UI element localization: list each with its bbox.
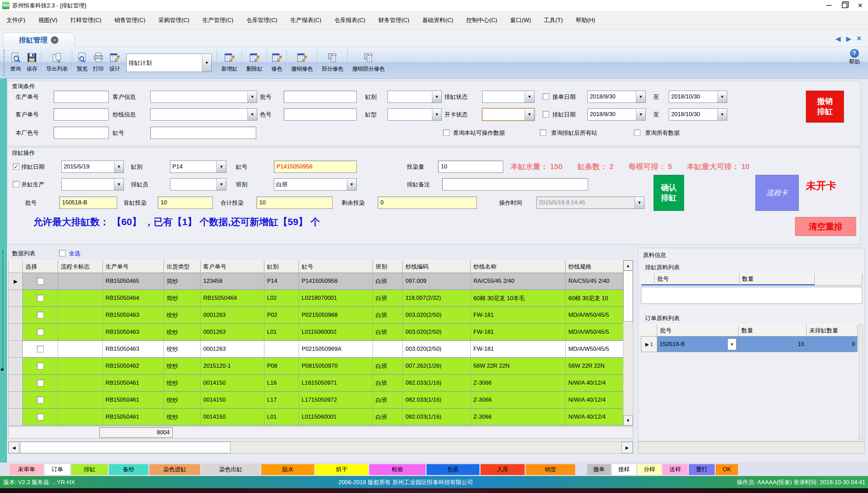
chevron-down-icon[interactable]: ▼ [216, 161, 226, 172]
order-date-from-picker[interactable]: 2018/9/30▼ [587, 91, 646, 103]
chevron-down-icon[interactable]: ▼ [202, 54, 211, 72]
menu-item-11[interactable]: 控制中心(C) [460, 16, 504, 24]
left-splitter-strip[interactable]: ▶ [0, 79, 7, 476]
factory-color-no-input[interactable] [54, 127, 109, 139]
plan-date-checkbox[interactable] [543, 111, 549, 117]
query-after-plan-checkbox[interactable] [540, 129, 546, 136]
add-vat-button[interactable]: 新增缸 [219, 51, 240, 75]
table-row[interactable]: RB15050461绞纱0014150L16L1615050971白班082.0… [8, 375, 623, 392]
undo-fix-color-button[interactable]: 撤销修色 [288, 51, 316, 75]
column-header[interactable]: 缸号 [299, 260, 373, 273]
total-dye-field[interactable]: 10 [257, 197, 333, 209]
row-selector[interactable] [8, 324, 23, 341]
table-row[interactable]: ▶RB15050465筒纱123456P14P1415050956白班097.0… [8, 273, 623, 290]
splitter-expand-icon[interactable]: ▶ [1, 367, 4, 372]
plan-date-enable-checkbox[interactable]: ✓ [13, 163, 19, 170]
design-button[interactable]: 设计 [107, 51, 123, 75]
scroll-down-icon[interactable]: ▼ [623, 415, 633, 425]
tab-scroll-left-icon[interactable]: ◀ [835, 35, 841, 43]
menu-item-12[interactable]: 窗口(W) [504, 16, 537, 24]
chevron-down-icon[interactable]: ▼ [717, 109, 727, 120]
delete-vat-button[interactable]: 删除缸 [244, 51, 265, 75]
scroll-up-icon[interactable]: ▲ [623, 260, 633, 271]
first-dye-field[interactable]: 10 [158, 197, 213, 209]
yarn-info-combo[interactable]: ▼ [150, 108, 257, 121]
clear-replan-button[interactable]: 清空重排 [795, 217, 856, 236]
menu-item-3[interactable]: 销售管理(C) [108, 16, 152, 24]
batch-no-input[interactable] [284, 91, 357, 103]
row-selector[interactable] [8, 392, 23, 409]
tab-close-all-icon[interactable]: × [857, 34, 861, 43]
table-row[interactable]: RB15050463绞纱0001263L01L0115060002白班003.0… [8, 324, 623, 341]
minimize-button[interactable] [821, 1, 837, 10]
menu-item-14[interactable]: 帮助(H) [569, 16, 602, 24]
vat-class-combo[interactable]: ▼ [388, 91, 442, 103]
op-vat-class-combo[interactable]: P14▼ [170, 161, 226, 173]
menu-item-6[interactable]: 仓库管理(C) [240, 16, 284, 24]
merge-vat-checkbox[interactable] [13, 181, 19, 187]
dye-qty-input[interactable]: 10 [438, 161, 503, 173]
column-header[interactable]: 出货类型 [164, 260, 201, 273]
column-header[interactable]: 纱线名称 [471, 260, 566, 273]
query-local-checkbox[interactable] [443, 129, 450, 136]
column-header[interactable]: 数量 [739, 324, 807, 336]
export-list-button[interactable]: 导出列表 [43, 51, 71, 75]
tab-close-icon[interactable]: × [51, 36, 58, 44]
chevron-down-icon[interactable]: ▼ [525, 109, 534, 120]
partial-fix-color-button[interactable]: 部分修色 [319, 51, 346, 75]
vat-no-input[interactable] [150, 127, 256, 139]
chevron-down-icon[interactable]: ▼ [636, 109, 645, 120]
row-selector[interactable]: ▶ 1 [641, 336, 657, 352]
undo-partial-fix-color-button[interactable]: 撤销部分修色 [350, 51, 388, 75]
color-no-input[interactable] [284, 108, 357, 121]
remain-dye-field[interactable]: 0 [378, 197, 477, 209]
merge-vat-combo[interactable]: ▼ [61, 178, 124, 190]
grid-vertical-scrollbar[interactable]: ▲ ▼ [623, 260, 633, 426]
row-checkbox[interactable] [37, 312, 44, 318]
cancel-plan-button[interactable]: 撤销排缸 [806, 91, 844, 123]
tab-vat-management[interactable]: 排缸管理 × [3, 33, 75, 47]
scrollbar-thumb[interactable] [623, 271, 633, 322]
row-checkbox[interactable] [37, 380, 44, 386]
menu-item-10[interactable]: 基础资料(C) [416, 16, 460, 24]
plan-status-combo[interactable]: ▼ [482, 91, 534, 103]
table-row[interactable]: RB15050464筒纱RB15050464L02L0218070001白班11… [8, 290, 623, 307]
row-selector[interactable]: ▶ [8, 273, 23, 290]
chevron-down-icon[interactable]: ▼ [636, 91, 645, 103]
chevron-down-icon[interactable]: ▼ [114, 161, 124, 172]
menu-item-5[interactable]: 生产管理(C) [196, 16, 240, 24]
restore-button[interactable] [837, 1, 852, 10]
tab-scroll-right-icon[interactable]: ▶ [846, 35, 851, 43]
chevron-down-icon[interactable]: ▼ [247, 91, 257, 103]
chevron-down-icon[interactable]: ▼ [347, 179, 356, 190]
column-header[interactable]: 客户单号 [201, 260, 264, 273]
card-status-combo[interactable]: ▼ [482, 108, 534, 121]
op-batch-no-field[interactable]: 150518-B [59, 197, 117, 209]
chevron-down-icon[interactable]: ▼ [432, 91, 441, 103]
select-all-checkbox[interactable] [59, 250, 65, 256]
row-selector[interactable] [8, 358, 23, 375]
query-all-checkbox[interactable] [634, 129, 640, 136]
order-date-checkbox[interactable] [543, 93, 549, 100]
save-button[interactable]: 保存 [24, 51, 40, 75]
menu-item-4[interactable]: 采购管理(C) [152, 16, 196, 24]
flow-card-button[interactable]: 流程卡 [755, 175, 799, 211]
column-header[interactable]: 未排缸数量 [807, 324, 857, 336]
planner-combo[interactable]: ▼ [170, 178, 226, 190]
menu-item-7[interactable]: 生产报表(C) [284, 16, 328, 24]
row-checkbox[interactable] [37, 278, 44, 285]
menu-item-9[interactable]: 财务管理(C) [372, 16, 416, 24]
chevron-down-icon[interactable]: ▼ [717, 91, 727, 103]
column-header[interactable]: 生产单号 [103, 260, 164, 273]
table-row[interactable]: RB15050463绞纱0001263P0215050969A003.020(2… [8, 341, 623, 358]
help-button[interactable]: ? 帮助 [844, 49, 865, 66]
fix-color-button[interactable]: 修色 [269, 51, 285, 75]
vat-type-combo[interactable]: ▼ [388, 108, 442, 121]
column-header[interactable]: 纱线规格 [566, 260, 623, 273]
menu-item-0[interactable]: 文件(F) [0, 16, 32, 24]
row-selector[interactable] [8, 375, 23, 392]
op-plan-date-picker[interactable]: 2015/5/19▼ [61, 161, 124, 173]
plan-date-to-picker[interactable]: 2018/10/30▼ [669, 108, 727, 121]
print-button[interactable]: 打印 [90, 51, 107, 75]
table-row[interactable]: RB15050461绞纱0014150L17L1715050972白班082.0… [8, 392, 623, 409]
